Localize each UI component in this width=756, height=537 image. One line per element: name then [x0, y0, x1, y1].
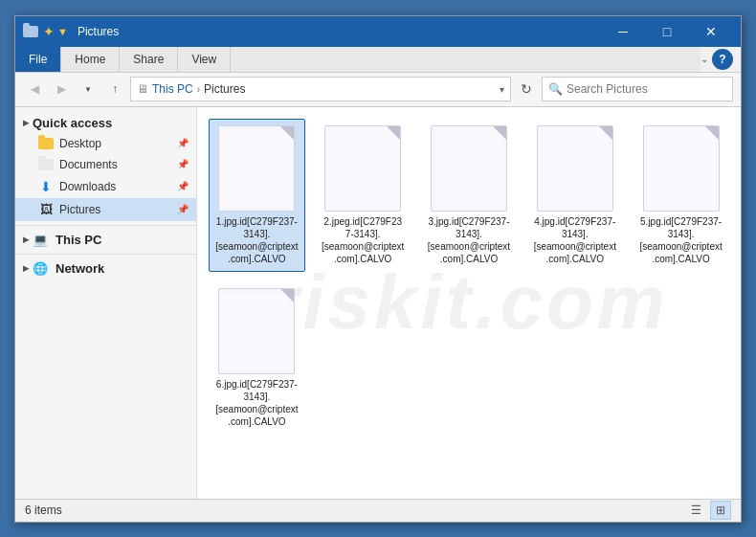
file-area: riskit.com 1.jpg.id[C279F237-3143].[seam… — [197, 107, 741, 499]
breadcrumb-pictures: Pictures — [204, 82, 245, 96]
file-item[interactable]: 5.jpg.id[C279F237-3143].[seamoon@criptex… — [633, 119, 729, 272]
status-bar: 6 items ☰ ⊞ — [15, 499, 741, 522]
help-button[interactable]: ? — [712, 49, 733, 70]
sidebar-desktop-label: Desktop — [59, 137, 101, 150]
search-icon: 🔍 — [548, 82, 563, 96]
sidebar-quick-access-header[interactable]: ▶ Quick access — [15, 113, 196, 133]
file-thumbnail — [218, 288, 295, 374]
main-area: ▶ Quick access Desktop 📌 Documents 📌 ⬇ D… — [15, 107, 741, 499]
breadcrumb-sep1: › — [197, 84, 200, 95]
file-thumbnail — [643, 125, 720, 212]
sidebar-divider-1 — [15, 225, 196, 226]
breadcrumb-dropdown-icon[interactable]: ▾ — [500, 84, 504, 95]
title-bar-left: ✦ ▼ Pictures — [23, 24, 601, 39]
details-view-button[interactable]: ☰ — [685, 501, 706, 520]
tab-home[interactable]: Home — [61, 47, 120, 72]
downloads-pin-icon: 📌 — [177, 181, 189, 191]
network-collapse-icon: ▶ — [23, 264, 29, 273]
address-bar: ◀ ▶ ▼ ↑ 🖥 This PC › Pictures ▾ ↻ 🔍 — [15, 73, 741, 107]
search-box[interactable]: 🔍 — [542, 77, 733, 101]
pictures-pin-icon: 📌 — [177, 204, 189, 214]
close-button[interactable]: ✕ — [689, 16, 733, 47]
window-title: Pictures — [78, 25, 119, 38]
title-bar-icons: ✦ ▼ — [23, 24, 68, 39]
sidebar-item-downloads[interactable]: ⬇ Downloads 📌 — [15, 175, 196, 198]
file-item[interactable]: 3.jpg.id[C279F237-3143].[seamoon@criptex… — [421, 119, 518, 272]
back-button[interactable]: ◀ — [23, 78, 46, 101]
network-icon: 🌐 — [33, 261, 48, 276]
documents-pin-icon: 📌 — [177, 159, 189, 169]
file-name: 3.jpg.id[C279F237-3143].[seamoon@criptex… — [428, 215, 511, 265]
sidebar-network-label: Network — [56, 261, 104, 276]
file-explorer-window: ✦ ▼ Pictures ─ □ ✕ File Home Share View … — [14, 15, 742, 523]
sidebar-network-header[interactable]: ▶ 🌐 Network — [15, 258, 196, 279]
file-item[interactable]: 1.jpg.id[C279F237-3143].[seamoon@criptex… — [209, 119, 305, 272]
pictures-icon: 🖼 — [38, 202, 54, 217]
view-controls: ☰ ⊞ — [685, 501, 731, 520]
file-item[interactable]: 6.jpg.id[C279F237-3143].[seamoon@criptex… — [209, 281, 305, 435]
file-grid: 1.jpg.id[C279F237-3143].[seamoon@criptex… — [209, 119, 729, 435]
tab-file[interactable]: File — [15, 47, 61, 72]
file-thumbnail — [218, 125, 295, 212]
ribbon: File Home Share View ⌄ ? — [15, 47, 741, 73]
file-name: 6.jpg.id[C279F237-3143].[seamoon@criptex… — [215, 378, 299, 428]
tab-view[interactable]: View — [178, 47, 231, 72]
sidebar-item-documents[interactable]: Documents 📌 — [15, 154, 196, 175]
file-thumbnail — [431, 125, 507, 212]
file-name: 2.jpeg.id[C279F237-3143].[seamoon@cripte… — [322, 215, 405, 265]
items-count: 6 items — [25, 503, 62, 517]
documents-folder-icon — [38, 159, 54, 170]
ribbon-expand-icon[interactable]: ⌄ — [700, 54, 708, 64]
recent-locations-button[interactable]: ▼ — [77, 78, 100, 101]
file-name: 1.jpg.id[C279F237-3143].[seamoon@criptex… — [215, 215, 299, 265]
sidebar-item-pictures[interactable]: 🖼 Pictures 📌 — [15, 198, 196, 221]
file-name: 4.jpg.id[C279F237-3143].[seamoon@criptex… — [533, 215, 616, 265]
ribbon-right-controls: ⌄ ? — [700, 49, 741, 70]
downloads-icon: ⬇ — [38, 179, 54, 194]
sidebar-item-desktop[interactable]: Desktop 📌 — [15, 133, 196, 154]
breadcrumb-pc-icon: 🖥 — [137, 82, 148, 96]
this-pc-icon: 💻 — [33, 233, 48, 247]
sidebar-downloads-label: Downloads — [59, 180, 116, 193]
breadcrumb-bar[interactable]: 🖥 This PC › Pictures ▾ — [130, 77, 511, 101]
breadcrumb-this-pc[interactable]: This PC — [152, 82, 193, 96]
sidebar-pictures-label: Pictures — [59, 203, 100, 216]
file-thumbnail — [324, 125, 401, 212]
minimize-button[interactable]: ─ — [601, 16, 645, 47]
sidebar-this-pc-header[interactable]: ▶ 💻 This PC — [15, 230, 196, 250]
title-bar: ✦ ▼ Pictures ─ □ ✕ — [15, 16, 741, 47]
search-input[interactable] — [567, 82, 726, 96]
maximize-button[interactable]: □ — [645, 16, 689, 47]
tab-share[interactable]: Share — [120, 47, 178, 72]
desktop-pin-icon: 📌 — [177, 138, 189, 148]
sidebar-divider-2 — [15, 254, 196, 255]
file-item[interactable]: 4.jpg.id[C279F237-3143].[seamoon@criptex… — [526, 119, 623, 272]
sidebar-documents-label: Documents — [59, 158, 118, 171]
forward-button[interactable]: ▶ — [50, 78, 73, 101]
file-item[interactable]: 2.jpeg.id[C279F237-3143].[seamoon@cripte… — [315, 119, 411, 272]
sidebar-quick-access-label: Quick access — [33, 116, 112, 130]
quick-access-collapse-icon: ▶ — [23, 119, 29, 127]
sidebar: ▶ Quick access Desktop 📌 Documents 📌 ⬇ D… — [15, 107, 197, 499]
title-controls: ─ □ ✕ — [601, 16, 733, 47]
up-button[interactable]: ↑ — [103, 78, 126, 101]
ribbon-tabs: File Home Share View — [15, 47, 700, 72]
sidebar-this-pc-label: This PC — [56, 233, 101, 247]
this-pc-collapse-icon: ▶ — [23, 235, 29, 244]
large-icons-view-button[interactable]: ⊞ — [710, 501, 731, 520]
file-name: 5.jpg.id[C279F237-3143].[seamoon@criptex… — [639, 215, 723, 265]
file-thumbnail — [537, 125, 613, 212]
desktop-folder-icon — [38, 138, 54, 149]
refresh-button[interactable]: ↻ — [515, 78, 538, 101]
